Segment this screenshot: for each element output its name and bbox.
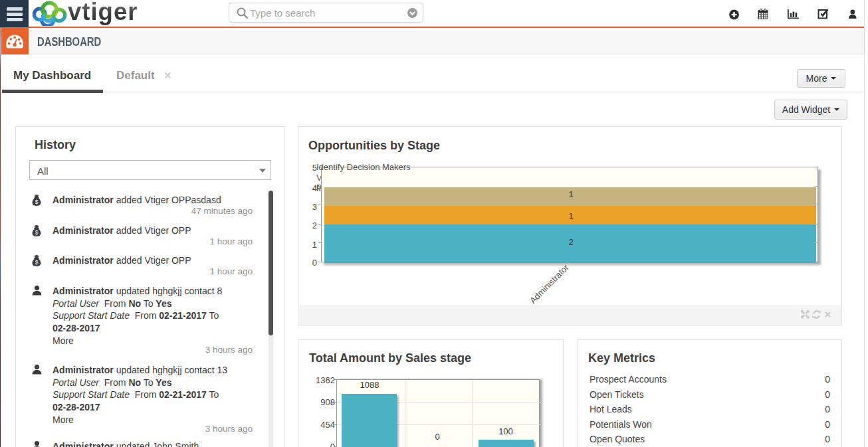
svg-text:$: $ bbox=[35, 229, 39, 236]
svg-text:$: $ bbox=[35, 259, 39, 266]
svg-text:$: $ bbox=[35, 199, 39, 205]
